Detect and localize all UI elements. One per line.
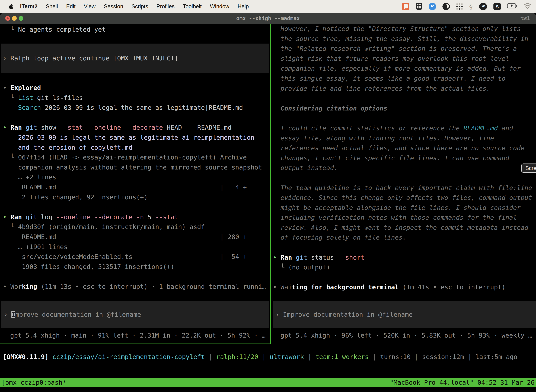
- grid-shield-icon[interactable]: [416, 3, 422, 10]
- terminal-line: README.md | 280 +: [3, 232, 270, 242]
- terminal-line: • Working (11m 13s • esc to interrupt) ·…: [3, 282, 270, 292]
- menu-item-help[interactable]: Help: [238, 3, 249, 10]
- left-prompt-input[interactable]: › Improve documentation in @filename: [1, 301, 269, 328]
- tmux-window-tab[interactable]: [omx-cczip0:bash*: [1, 378, 66, 387]
- terminal-line: [273, 93, 536, 103]
- terminal-line: including verification notes with those …: [273, 213, 536, 223]
- pane-divider[interactable]: [270, 24, 271, 344]
- terminal-line: Search 2026-03-09-is-legal-the-same-as-l…: [3, 103, 270, 113]
- terminal-line: the source tree, missing the essay. Stil…: [273, 34, 536, 44]
- left-pane-topline: └ No agents completed yet: [3, 25, 270, 35]
- menu-item-scripts[interactable]: Scripts: [132, 3, 148, 10]
- left-terminal-pane[interactable]: └ No agents completed yet › Ralph loop a…: [0, 24, 270, 344]
- terminal-line: └ 067f154 (HEAD -> essay/ai-reimplementa…: [3, 152, 270, 163]
- pie-icon[interactable]: [442, 3, 450, 10]
- omx-statusbar: [OMX#0.11.9] cczip/essay/ai-reimplementa…: [3, 352, 517, 362]
- terminal-line: [3, 272, 270, 282]
- battery-icon[interactable]: [507, 3, 517, 10]
- terminal-line: However, I noticed the "Directory Struct…: [273, 24, 536, 34]
- window-titlebar: omx --xhigh --madmax ⌥⌘1: [0, 13, 536, 24]
- terminal-line: • Ran git log --oneline --decorate -n 5 …: [3, 212, 270, 222]
- terminal-line: • Explored: [3, 83, 270, 93]
- terminal-line: The team guideline is to back every impo…: [273, 183, 536, 193]
- input-source-icon[interactable]: A: [493, 3, 501, 10]
- terminal-line: [273, 243, 536, 252]
- squiggle-icon[interactable]: §: [469, 3, 473, 10]
- macos-menubar: iTerm2ShellEditViewSessionScriptsProfile…: [0, 0, 536, 13]
- menu-item-window[interactable]: Window: [210, 3, 229, 10]
- terminal-line: review. Also, I might want to inspect th…: [273, 223, 536, 233]
- left-pane-bottom-border: [0, 344, 270, 344]
- terminal-line: evidence. Since this change only affects…: [273, 193, 536, 203]
- terminal-line: README.md | 4 +: [3, 182, 270, 192]
- tmux-host-clock: "MacBook-Pro-44.local" 04:52 31-Mar-26: [390, 378, 535, 387]
- prompt-arrow: ›: [273, 311, 283, 318]
- terminal-line: • Ran git status --short: [273, 252, 536, 263]
- terminal-line: provide file and line references from th…: [273, 84, 536, 93]
- terminal-line: references need actual files, and since …: [273, 143, 536, 153]
- terminal-line: output instead.: [273, 163, 536, 173]
- left-pane-output: • Explored └ List git ls-files Search 20…: [3, 83, 270, 292]
- menubar-status-icons: § ..61 A: [402, 0, 531, 13]
- terminal-line: slight risk that future readers may over…: [273, 54, 536, 64]
- inject-banner: › Ralph loop active continue [OMX_TMUX_I…: [1, 44, 269, 73]
- menu-item-shell[interactable]: Shell: [46, 3, 58, 10]
- terminal-line: [273, 272, 536, 282]
- terminal-line: this single essay, it seems like a good …: [273, 74, 536, 84]
- dots-grid-icon[interactable]: [456, 3, 463, 10]
- terminal-line: changes, I can't cite specific file line…: [273, 153, 536, 163]
- right-terminal-pane[interactable]: However, I noticed the "Directory Struct…: [272, 24, 536, 344]
- terminal-line: and-the-erosion-of-copyleft.md: [3, 143, 270, 153]
- terminal-line: • Ran git show --stat --oneline --decora…: [3, 123, 270, 133]
- tmux-statusbar: [omx-cczip0:bash* "MacBook-Pro-44.local"…: [0, 378, 536, 387]
- terminal-line: essay file, along with finding root file…: [273, 133, 536, 143]
- screen-share-overlay-button[interactable]: Scre: [521, 163, 536, 173]
- terminal-line: 2026-03-09-is-legal-the-same-as-legitima…: [3, 133, 270, 143]
- menu-item-iterm2[interactable]: iTerm2: [20, 3, 38, 10]
- terminal-line: [OMX#0.11.9] cczip/essay/ai-reimplementa…: [3, 352, 517, 362]
- terminal-line: • Waiting for background terminal (1m 41…: [273, 282, 536, 292]
- wifi-icon[interactable]: [524, 3, 531, 10]
- count-badge-label: ..61: [481, 5, 486, 8]
- right-prompt-input[interactable]: › Improve documentation in @filename: [273, 301, 536, 328]
- terminal-line: [3, 113, 270, 123]
- text-cursor: I: [11, 311, 15, 318]
- menu-item-toolbelt[interactable]: Toolbelt: [183, 3, 202, 10]
- prompt-arrow: ›: [1, 311, 11, 318]
- terminal-line: companion analysis without altering the …: [3, 163, 270, 173]
- terminal-line: 1903 files changed, 513517 insertions(+): [3, 262, 270, 272]
- right-pane-bottom-border: [271, 344, 536, 344]
- terminal-line: └ (no output): [273, 262, 536, 272]
- apple-menu-icon[interactable]: [9, 4, 14, 9]
- right-pane-output: However, I noticed the "Directory Struct…: [273, 24, 536, 292]
- terminal-line: └ No agents completed yet: [3, 25, 270, 35]
- prompt-placeholder: Improve documentation in @filename: [283, 311, 412, 318]
- terminal-line: … +1901 lines: [3, 242, 270, 252]
- input-source-label: A: [495, 4, 499, 9]
- terminal-line: companion file, especially if more comme…: [273, 64, 536, 74]
- terminal-line: the "Related research writing" section i…: [273, 44, 536, 54]
- menu-item-view[interactable]: View: [84, 3, 96, 10]
- terminal-line: [273, 173, 536, 183]
- left-session-statusline: gpt-5.4 xhigh · main · 91% left · 2.31M …: [10, 331, 266, 340]
- menu-item-profiles[interactable]: Profiles: [156, 3, 174, 10]
- right-session-statusline: gpt-5.4 xhigh · 96% left · 520K in · 5.8…: [281, 331, 532, 340]
- terminal-line: I could cite commit statistics or refere…: [273, 123, 536, 133]
- chat-icon[interactable]: [402, 3, 409, 10]
- menu-item-session[interactable]: Session: [104, 3, 123, 10]
- terminal-line: Considering citation options: [273, 103, 536, 113]
- window-title: omx --xhigh --madmax: [0, 13, 536, 24]
- terminal-line: might be acceptable alongside the file l…: [273, 203, 536, 213]
- terminal-line: … +2 lines: [3, 172, 270, 182]
- terminal-line: src/voice/voiceModeEnabled.ts | 54 +: [3, 252, 270, 262]
- terminal-line: └ 4b9d30f (origin/main, instructkr/main,…: [3, 222, 270, 232]
- terminal-line: › Ralph loop active continue [OMX_TMUX_I…: [1, 53, 178, 63]
- count-badge-icon[interactable]: ..61: [479, 3, 487, 10]
- terminal-line: 2 files changed, 92 insertions(+): [3, 192, 270, 202]
- terminal-line: └ List git ls-files: [3, 93, 270, 103]
- terminal-line: [273, 113, 536, 123]
- badge-icon[interactable]: [429, 3, 436, 10]
- window-shortcut: ⌥⌘1: [521, 13, 530, 24]
- terminal-line: [3, 202, 270, 212]
- menu-item-edit[interactable]: Edit: [66, 3, 76, 10]
